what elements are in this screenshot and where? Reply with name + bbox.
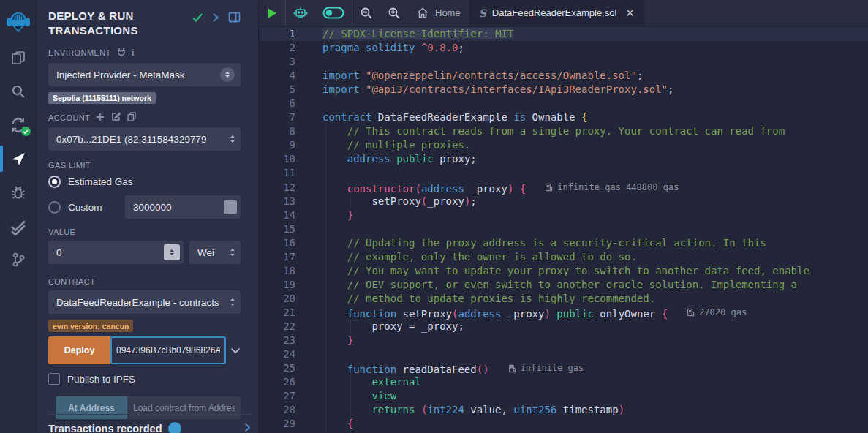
code-line[interactable]: 28 returns (int224 value, uint256 timest… — [259, 403, 868, 417]
indent-guide — [325, 236, 326, 250]
expand-panel-icon[interactable] — [212, 12, 219, 26]
add-account-icon[interactable] — [96, 113, 105, 123]
code-line[interactable]: 13 setProxy(_proxy); — [259, 195, 868, 208]
code-text: returns (int224 value, uint256 timestamp… — [313, 403, 868, 417]
code-line[interactable]: 20 // method to update proxies is highly… — [259, 292, 868, 306]
transactions-expand-chevron-icon[interactable] — [244, 423, 251, 433]
pin-panel-icon[interactable] — [228, 12, 241, 26]
copy-account-icon[interactable] — [127, 112, 136, 123]
transactions-recorded-label: Transactions recorded — [48, 423, 162, 433]
code-text — [313, 166, 868, 180]
code-line[interactable]: 23 } — [259, 334, 868, 347]
deploy-and-run-icon[interactable] — [0, 142, 37, 176]
code-line[interactable]: 5import "@api3/contracts/interfaces/IApi… — [259, 83, 868, 97]
at-address-button[interactable]: At Address — [56, 396, 127, 419]
tab-home[interactable]: Home — [408, 0, 469, 26]
code-line[interactable]: 16 // Updating the proxy address is a se… — [259, 236, 868, 250]
line-number: 23 — [259, 334, 313, 347]
code-line[interactable]: 27 view — [259, 389, 868, 403]
code-line[interactable]: 3 — [259, 55, 868, 69]
code-line[interactable]: 25 function readDataFeed()infinite gas — [259, 361, 868, 375]
contract-value: DataFeedReaderExample - contracts — [56, 297, 219, 308]
sign-message-icon[interactable] — [111, 112, 121, 123]
code-line[interactable]: 26 external — [259, 375, 868, 389]
code-text — [313, 55, 868, 69]
line-number: 28 — [259, 403, 313, 417]
code-line[interactable]: 24 — [259, 347, 868, 361]
code-editor[interactable]: 1// SPDX-License-Identifier: MIT2pragma … — [259, 26, 868, 433]
code-line[interactable]: 4import "@openzeppelin/contracts/access/… — [259, 69, 868, 83]
code-line[interactable]: 18 // You may want to update your proxy … — [259, 264, 868, 278]
close-tab-icon[interactable]: ✕ — [625, 7, 635, 18]
solidity-compiler-icon[interactable] — [0, 108, 37, 142]
code-line[interactable]: 7contract DataFeedReaderExample is Ownab… — [259, 110, 868, 124]
line-number: 22 — [259, 320, 313, 334]
code-text: // method to update proxies is highly re… — [313, 292, 868, 306]
line-number: 26 — [259, 375, 313, 389]
info-icon[interactable]: i — [132, 47, 135, 59]
search-icon[interactable] — [0, 75, 37, 108]
line-number: 10 — [259, 152, 313, 166]
code-line[interactable]: 17 // example, only the owner is allowed… — [259, 250, 868, 264]
contract-select[interactable]: DataFeedReaderExample - contracts — [48, 290, 241, 314]
code-text: // SPDX-License-Identifier: MIT — [313, 27, 868, 41]
publish-ipfs-checkbox[interactable] — [48, 373, 60, 385]
code-line[interactable]: 29 { — [259, 417, 868, 431]
estimated-gas-radio[interactable] — [48, 176, 61, 188]
plug-icon[interactable] — [117, 48, 126, 59]
code-line[interactable]: 9 // multiple proxies. — [259, 138, 868, 152]
indent-guide — [325, 208, 326, 222]
code-text — [313, 97, 868, 110]
code-line[interactable]: 10 address public proxy; — [259, 152, 868, 166]
code-line[interactable]: 2pragma solidity ^0.8.0; — [259, 41, 868, 55]
line-number: 6 — [259, 97, 313, 110]
tab-datafeedreaderexample[interactable]: S DataFeedReaderExample.sol ✕ — [469, 0, 644, 26]
contract-stepper-icon — [230, 296, 235, 308]
deploy-expand-chevron-icon[interactable] — [230, 344, 241, 357]
custom-gas-radio[interactable] — [48, 201, 61, 214]
code-line[interactable]: 19 // OEV support, or even switch to ano… — [259, 278, 868, 292]
code-line[interactable]: 14 } — [259, 208, 868, 222]
file-explorer-icon[interactable] — [0, 41, 37, 75]
deploy-button[interactable]: Deploy — [48, 336, 110, 364]
code-line[interactable]: 22 proxy = _proxy; — [259, 320, 868, 334]
environment-select[interactable]: Injected Provider - MetaMask — [48, 63, 241, 86]
account-label: ACCOUNT — [48, 113, 90, 122]
unit-testing-icon[interactable] — [0, 209, 37, 243]
remix-logo-icon[interactable] — [0, 3, 37, 41]
line-number: 9 — [259, 138, 313, 152]
account-select[interactable]: 0x07b...21DE1 (82.311584329779 — [48, 127, 241, 151]
code-line[interactable]: 6 — [259, 97, 868, 110]
line-number: 1 — [259, 27, 313, 41]
indent-guide — [325, 278, 326, 292]
code-line[interactable]: 15 — [259, 222, 868, 236]
code-text: import "@openzeppelin/contracts/access/O… — [313, 69, 868, 83]
code-text: pragma solidity ^0.8.0; — [313, 41, 868, 55]
debugger-icon[interactable] — [0, 176, 37, 209]
active-plugin-indicator — [0, 146, 3, 172]
code-text: constructor(address _proxy) {infinite ga… — [313, 181, 868, 195]
ai-toggle-switch[interactable] — [315, 0, 352, 26]
zoom-out-icon[interactable] — [352, 0, 380, 26]
gas-estimate-ghost: 27020 gas — [687, 306, 747, 320]
git-icon[interactable] — [0, 243, 37, 276]
code-line[interactable]: 21 function setProxy(address _proxy) pub… — [259, 306, 868, 320]
ai-assistant-robot-icon[interactable] — [286, 0, 315, 26]
line-number: 17 — [259, 250, 313, 264]
code-line[interactable]: 8 // This contract reads from a single p… — [259, 124, 868, 138]
zoom-in-icon[interactable] — [380, 0, 408, 26]
value-stepper-icon[interactable] — [164, 244, 180, 260]
code-line[interactable]: 12 constructor(address _proxy) {infinite… — [259, 181, 868, 195]
at-address-input[interactable] — [127, 396, 241, 419]
code-line[interactable]: 11 — [259, 166, 868, 180]
deploy-address-input[interactable] — [110, 336, 226, 364]
transactions-recorded-row[interactable]: Transactions recorded — [48, 422, 251, 433]
value-unit-select[interactable]: Wei — [189, 241, 241, 264]
transactions-count-badge — [168, 422, 181, 433]
run-script-play-icon[interactable] — [259, 0, 285, 26]
solidity-file-icon: S — [479, 7, 486, 19]
code-text: contract DataFeedReaderExample is Ownabl… — [313, 110, 868, 124]
code-line[interactable]: 1// SPDX-License-Identifier: MIT — [259, 27, 868, 41]
code-text: view — [313, 389, 868, 403]
environment-stepper-icon — [220, 67, 235, 82]
